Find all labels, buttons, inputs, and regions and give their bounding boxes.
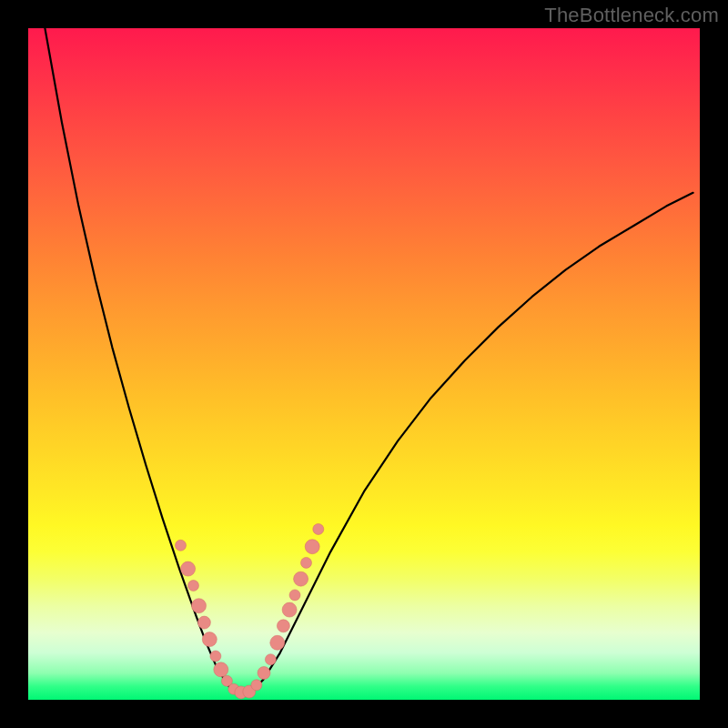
watermark-text: TheBottleneck.com [544,4,719,27]
highlight-dot [197,616,210,629]
highlight-dot [265,654,276,665]
highlight-dot [188,581,199,592]
highlight-dot [289,590,300,601]
highlight-dot [305,540,319,554]
highlight-dot [294,571,308,586]
highlight-dot [258,667,270,680]
highlight-dot [181,561,196,576]
highlight-dot [277,620,289,632]
highlight-dot [192,599,207,613]
highlight-dot [202,632,217,647]
highlight-dot [313,524,324,535]
highlight-dot [251,680,262,691]
highlight-dot [176,540,187,551]
plot-area [28,28,700,700]
left-branch-line [45,28,234,693]
right-branch-line [250,193,693,693]
highlight-dot [210,651,221,662]
highlight-dot [214,662,228,677]
curves-layer [28,28,700,700]
chart-frame: TheBottleneck.com [0,0,728,728]
highlight-dot [270,635,285,650]
highlight-dot [301,557,312,568]
highlight-dot [282,602,297,617]
